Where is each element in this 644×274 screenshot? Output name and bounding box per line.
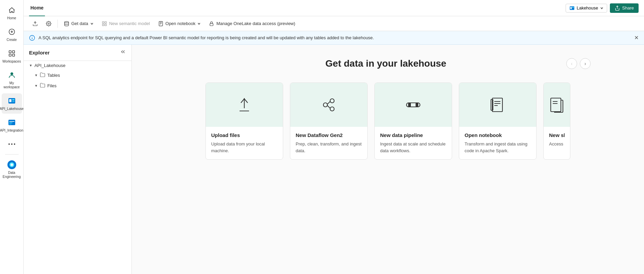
card-open-notebook[interactable]: Open notebook Transform and ingest data … bbox=[459, 83, 537, 160]
svg-rect-56 bbox=[551, 98, 561, 112]
card-icon-area-dataflow bbox=[290, 83, 367, 127]
svg-rect-13 bbox=[9, 121, 15, 122]
card-icon-area-upload bbox=[206, 83, 283, 127]
nav-item-create[interactable]: Create bbox=[2, 24, 22, 45]
card-desc-notebook: Transform and ingest data using code in … bbox=[465, 141, 531, 154]
svg-point-17 bbox=[11, 143, 13, 145]
svg-point-18 bbox=[14, 143, 15, 145]
tree-root-label: API_Lakehouse bbox=[34, 63, 66, 68]
card-new-shortcut-partial[interactable]: New shortcut Access data that lives in a… bbox=[543, 83, 570, 160]
svg-rect-10 bbox=[12, 99, 15, 100]
card-body-pipeline: New data pipeline Ingest data at scale a… bbox=[375, 127, 452, 159]
toolbar-get-data-button[interactable]: Get data bbox=[60, 20, 97, 28]
dataflow-card-icon bbox=[320, 96, 338, 114]
toolbar-upload-button[interactable] bbox=[29, 20, 41, 28]
main-area: Home Lakehouse Share Get data bbox=[24, 0, 644, 274]
left-nav: Home Create Workspaces My workspace API_… bbox=[0, 0, 24, 274]
share-icon bbox=[615, 5, 620, 11]
card-new-dataflow[interactable]: New Dataflow Gen2 Prep, clean, transform… bbox=[290, 83, 368, 160]
nav-item-api-lakehouse[interactable]: API_Lakehouse bbox=[2, 93, 22, 114]
upload-card-icon bbox=[236, 96, 253, 114]
chevron-down-icon bbox=[600, 6, 603, 10]
api-integration-icon bbox=[7, 118, 17, 127]
data-engineering-icon bbox=[7, 160, 17, 169]
prev-arrow-button[interactable]: ‹ bbox=[566, 58, 577, 69]
tree-item-root[interactable]: ▼ API_Lakehouse bbox=[24, 61, 131, 70]
svg-point-27 bbox=[65, 21, 69, 23]
nav-divider bbox=[5, 154, 19, 155]
api-lakehouse-icon bbox=[7, 96, 17, 106]
svg-rect-6 bbox=[12, 54, 14, 56]
tree-item-tables[interactable]: ▼ Tables bbox=[24, 70, 131, 81]
nav-item-data-engineering[interactable]: Data Engineering bbox=[2, 157, 22, 182]
info-icon bbox=[29, 35, 35, 41]
more-icon bbox=[7, 139, 17, 149]
nav-label-data-engineering: Data Engineering bbox=[3, 171, 21, 179]
svg-point-20 bbox=[10, 164, 13, 166]
svg-rect-14 bbox=[9, 122, 13, 123]
svg-rect-4 bbox=[12, 51, 14, 53]
lock-icon bbox=[209, 21, 214, 26]
folder-icon-tables bbox=[40, 72, 45, 78]
get-data-label: Get data bbox=[71, 21, 88, 26]
my-workspace-icon bbox=[7, 70, 17, 80]
toolbar-new-semantic-model-button[interactable]: New semantic model bbox=[98, 20, 153, 28]
svg-point-7 bbox=[10, 72, 13, 75]
toolbar-manage-onelake-button[interactable]: Manage OneLake data access (preview) bbox=[205, 20, 298, 28]
nav-label-workspaces: Workspaces bbox=[2, 60, 21, 64]
svg-rect-3 bbox=[9, 51, 11, 53]
svg-point-44 bbox=[330, 99, 334, 103]
nav-label-api-lakehouse: API_Lakehouse bbox=[0, 107, 24, 111]
semantic-model-icon bbox=[102, 21, 107, 26]
nav-item-api-integration[interactable]: API_Integration bbox=[2, 115, 22, 135]
nav-item-my-workspace[interactable]: My workspace bbox=[2, 68, 22, 92]
svg-point-16 bbox=[8, 143, 10, 145]
pipeline-card-icon bbox=[404, 96, 422, 114]
share-label: Share bbox=[622, 5, 634, 10]
get-data-chevron-icon bbox=[90, 22, 94, 25]
card-body-shortcut: New shortcut Access data that lives in a… bbox=[544, 127, 570, 153]
toolbar-settings-button[interactable] bbox=[43, 20, 55, 28]
lakehouse-button[interactable]: Lakehouse bbox=[566, 4, 608, 13]
svg-line-47 bbox=[327, 106, 330, 108]
svg-rect-30 bbox=[105, 24, 106, 26]
card-title-upload: Upload files bbox=[211, 132, 277, 138]
svg-rect-15 bbox=[9, 124, 11, 124]
explorer-collapse-button[interactable] bbox=[120, 49, 126, 56]
nav-item-workspaces[interactable]: Workspaces bbox=[2, 46, 22, 66]
card-upload-files[interactable]: Upload files Upload data from your local… bbox=[205, 83, 283, 160]
card-title-dataflow: New Dataflow Gen2 bbox=[296, 132, 362, 138]
shortcut-card-icon bbox=[548, 96, 566, 114]
toolbar-separator-1 bbox=[57, 20, 58, 28]
nav-item-home[interactable]: Home bbox=[2, 3, 22, 23]
card-new-pipeline[interactable]: New data pipeline Ingest data at scale a… bbox=[374, 83, 452, 160]
tree-label-files: Files bbox=[47, 83, 56, 88]
svg-rect-36 bbox=[210, 23, 213, 26]
card-title-pipeline: New data pipeline bbox=[380, 132, 446, 138]
svg-point-39 bbox=[32, 36, 32, 37]
top-bar-right: Lakehouse Share bbox=[566, 3, 639, 13]
svg-line-46 bbox=[327, 101, 330, 104]
card-desc-dataflow: Prep, clean, transform, and ingest data. bbox=[296, 141, 362, 154]
tree-chevron-root: ▼ bbox=[29, 64, 32, 67]
notebook-chevron-icon bbox=[197, 22, 201, 25]
info-banner: A SQL analytics endpoint for SQL queryin… bbox=[24, 31, 644, 45]
nav-label-home: Home bbox=[7, 16, 16, 20]
card-icon-area-pipeline bbox=[375, 83, 452, 127]
share-button[interactable]: Share bbox=[610, 3, 639, 13]
toolbar-open-notebook-button[interactable]: Open notebook bbox=[155, 20, 204, 28]
nav-item-more[interactable] bbox=[2, 137, 22, 152]
next-arrow-button[interactable]: › bbox=[580, 58, 591, 69]
cards-container: Upload files Upload data from your local… bbox=[168, 83, 608, 160]
toolbar: Get data New semantic model Open noteboo… bbox=[24, 16, 644, 31]
card-icon-area-notebook bbox=[459, 83, 536, 127]
tree-item-files[interactable]: ▼ Files bbox=[24, 81, 131, 91]
content-area: Explorer ▼ API_Lakehouse ▼ Tables ▼ bbox=[24, 45, 644, 274]
manage-onelake-label: Manage OneLake data access (preview) bbox=[216, 21, 295, 26]
settings-icon bbox=[46, 21, 51, 26]
upload-icon bbox=[32, 21, 38, 26]
folder-icon-files bbox=[40, 83, 45, 89]
explorer-sidebar: Explorer ▼ API_Lakehouse ▼ Tables ▼ bbox=[24, 45, 132, 274]
notebook-toolbar-icon bbox=[158, 21, 164, 26]
info-close-button[interactable]: ✕ bbox=[634, 35, 639, 41]
